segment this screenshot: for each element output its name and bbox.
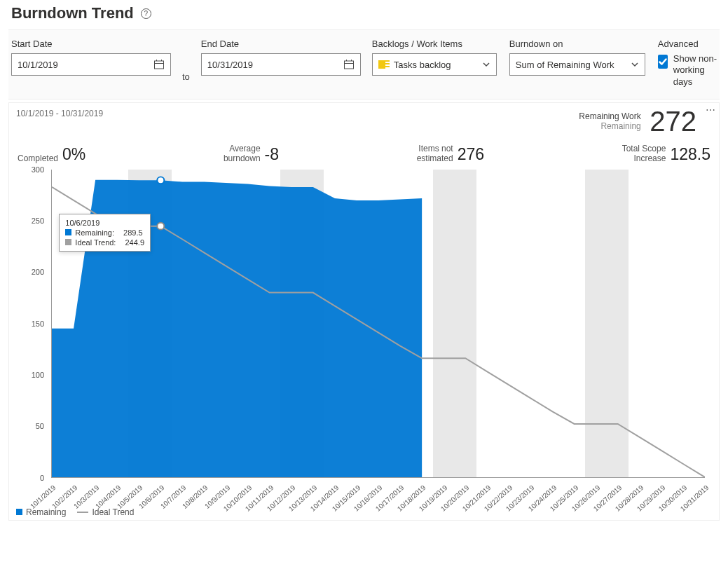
y-tick-label: 50 — [36, 422, 44, 430]
kpi-scope-value: 128.5 — [670, 145, 710, 164]
kpi-avg-value: -8 — [265, 145, 279, 164]
legend-swatch-ideal — [65, 239, 71, 245]
burndown-on-value: Sum of Remaining Work — [516, 60, 614, 70]
tasks-backlog-icon — [378, 60, 390, 69]
y-tick-label: 0 — [40, 474, 44, 482]
burndown-on-select[interactable]: Sum of Remaining Work — [509, 53, 645, 76]
kpi-items-not-estimated: Items notestimated 276 — [417, 144, 484, 164]
y-tick-label: 200 — [32, 268, 44, 276]
to-label: to — [182, 71, 190, 88]
show-nonworking-checkbox[interactable] — [658, 55, 668, 69]
backlogs-select[interactable]: Tasks backlog — [372, 53, 497, 76]
legend-line-ideal — [77, 512, 88, 513]
end-date-value: 10/31/2019 — [207, 60, 253, 70]
svg-point-3 — [157, 222, 164, 229]
kpi-items-value: 276 — [458, 145, 484, 164]
legend-swatch-remaining — [65, 229, 71, 235]
kpi-remaining-title: Remaining Work — [579, 111, 640, 121]
y-tick-label: 300 — [32, 165, 44, 174]
tooltip-date: 10/6/2019 — [65, 219, 144, 227]
start-date-label: Start Date — [11, 39, 171, 49]
burndown-chart: 050100150200250300 10/6/2019 Remaining: … — [16, 170, 712, 505]
controls-bar: Start Date 10/1/2019 to End Date 10/31/2… — [8, 29, 720, 100]
start-date-input[interactable]: 10/1/2019 — [11, 53, 171, 76]
calendar-icon — [343, 59, 355, 70]
kpi-remaining-value: 272 — [650, 107, 696, 135]
y-tick-label: 100 — [32, 371, 44, 379]
more-options-button[interactable]: ⋯ — [703, 104, 717, 116]
chart-tooltip: 10/6/2019 Remaining: 289.5 Ideal Trend: … — [59, 214, 151, 252]
kpi-avg-burndown: Averageburndown -8 — [224, 144, 279, 164]
y-tick-label: 250 — [32, 217, 44, 225]
kpi-remaining-work: Remaining Work Remaining 272 — [579, 107, 696, 135]
kpi-remaining-sub: Remaining — [579, 121, 640, 131]
end-date-label: End Date — [201, 39, 361, 49]
kpi-completed-value: 0% — [62, 145, 85, 164]
end-date-input[interactable]: 10/31/2019 — [201, 53, 361, 76]
legend-swatch-remaining — [16, 509, 22, 515]
page-title: Burndown Trend — [11, 4, 134, 22]
chevron-down-icon — [631, 60, 639, 69]
svg-rect-1 — [344, 61, 353, 69]
backlogs-value: Tasks backlog — [394, 60, 451, 70]
chevron-down-icon — [482, 60, 490, 69]
advanced-label: Advanced — [658, 39, 717, 49]
kpi-scope-increase: Total ScopeIncrease 128.5 — [622, 144, 710, 164]
burndown-on-label: Burndown on — [509, 39, 647, 49]
chart-card: ⋯ 10/1/2019 - 10/31/2019 Remaining Work … — [8, 102, 720, 521]
y-tick-label: 150 — [32, 320, 44, 328]
backlogs-label: Backlogs / Work Items — [372, 39, 498, 49]
kpi-completed: Completed 0% — [18, 145, 85, 164]
show-nonworking-label: Show non-working days — [673, 53, 717, 88]
start-date-value: 10/1/2019 — [18, 60, 58, 70]
svg-point-2 — [157, 177, 164, 184]
help-icon[interactable]: ? — [141, 8, 151, 19]
svg-rect-0 — [155, 61, 164, 69]
calendar-icon — [153, 59, 165, 70]
